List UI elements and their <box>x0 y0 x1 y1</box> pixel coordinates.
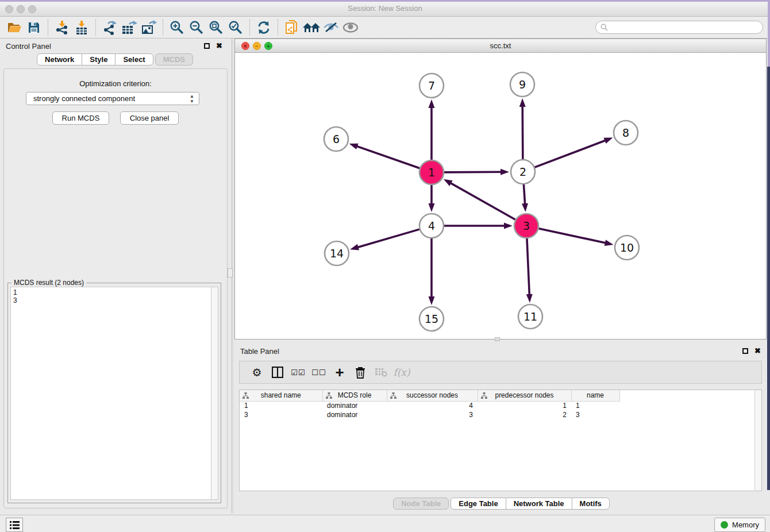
refresh-view-icon[interactable] <box>254 18 274 37</box>
tab-mcds[interactable]: MCDS <box>155 53 193 65</box>
export-image-icon[interactable] <box>139 18 159 37</box>
column-header-successor-nodes[interactable]: successor nodes <box>387 390 478 401</box>
zoom-selected-icon[interactable] <box>226 18 245 37</box>
node-label: 7 <box>428 79 435 92</box>
home-icon[interactable] <box>302 18 321 37</box>
task-history-button[interactable] <box>6 518 23 532</box>
application-window: Session: New Session <box>0 0 770 532</box>
table-cell[interactable]: dominator <box>322 410 387 419</box>
graph-node-9[interactable]: 9 <box>510 72 534 97</box>
table-row[interactable]: 1dominator411 <box>240 401 754 410</box>
graph-node-11[interactable]: 11 <box>518 304 542 329</box>
network-window-title: scc.txt <box>235 41 766 50</box>
show-eye-icon[interactable] <box>341 18 360 37</box>
graph-edge-2-8[interactable] <box>535 138 613 168</box>
close-panel-button[interactable]: Close panel <box>120 111 179 125</box>
optimization-criterion-label: Optimization criterion: <box>4 79 227 88</box>
graph-node-3[interactable]: 3 <box>514 214 538 238</box>
export-network-icon[interactable] <box>100 18 120 37</box>
graph-edge-1-2[interactable] <box>444 169 509 175</box>
table-settings-gear-icon[interactable]: ⚙ <box>247 363 267 381</box>
graph-edge-3-1[interactable] <box>444 179 515 219</box>
graph-edge-3-10[interactable] <box>538 229 613 246</box>
tab-motifs[interactable]: Motifs <box>572 498 610 510</box>
zoom-in-icon[interactable] <box>167 18 187 37</box>
zoom-out-icon[interactable] <box>187 18 206 37</box>
table-cell[interactable]: 4 <box>387 401 478 410</box>
graph-edge-1-4[interactable] <box>429 185 435 212</box>
graph-node-4[interactable]: 4 <box>419 214 444 238</box>
graph-edge-4-14[interactable] <box>350 229 419 250</box>
vertical-splitter-grip[interactable] <box>228 268 233 277</box>
hide-eye-icon[interactable] <box>321 18 341 37</box>
show-columns-icon[interactable] <box>267 363 288 381</box>
graph-edge-2-3[interactable] <box>522 184 528 212</box>
table-cell[interactable]: dominator <box>322 401 387 410</box>
graph-node-10[interactable]: 10 <box>615 236 639 260</box>
tab-select[interactable]: Select <box>115 53 153 65</box>
graph-node-2[interactable]: 2 <box>511 160 535 184</box>
import-network-icon[interactable] <box>52 18 72 37</box>
tab-edge-table[interactable]: Edge Table <box>451 498 506 510</box>
table-cell[interactable]: 2 <box>478 410 571 419</box>
memory-status-icon <box>721 521 728 529</box>
column-header-shared-name[interactable]: shared name <box>240 390 322 401</box>
horizontal-splitter-grip[interactable] <box>495 337 500 341</box>
criterion-select[interactable]: strongly connected component ▲▼ <box>26 92 199 105</box>
close-table-panel-icon[interactable]: ✖ <box>754 346 761 355</box>
select-all-columns-icon[interactable]: ☑☑ <box>288 363 309 381</box>
graph-edge-4-15[interactable] <box>429 238 435 305</box>
float-table-panel-icon[interactable] <box>742 348 748 354</box>
create-column-icon[interactable]: + <box>329 363 350 381</box>
result-scrollbar[interactable] <box>211 287 218 500</box>
graph-edge-2-9[interactable] <box>519 98 526 159</box>
table-cell[interactable]: 3 <box>240 410 322 419</box>
table-cell[interactable]: 3 <box>571 410 619 419</box>
column-header-name[interactable]: name <box>571 390 619 401</box>
open-session-icon[interactable] <box>5 18 24 37</box>
delete-trash-icon[interactable] <box>350 363 371 381</box>
search-input[interactable] <box>610 24 754 32</box>
tab-node-table[interactable]: Node Table <box>393 498 449 510</box>
graph-node-15[interactable]: 15 <box>419 307 444 331</box>
graph-edge-1-6[interactable] <box>349 144 420 168</box>
graph-node-8[interactable]: 8 <box>614 121 638 145</box>
graph-node-6[interactable]: 6 <box>324 127 348 151</box>
function-builder-icon[interactable]: f(x) <box>391 363 412 381</box>
network-canvas[interactable]: 7968124314101511 <box>235 53 766 339</box>
tab-network-table[interactable]: Network Table <box>506 498 572 510</box>
import-table-icon[interactable] <box>72 18 91 37</box>
table-cell[interactable]: 1 <box>240 401 322 410</box>
table-scrollbar[interactable] <box>754 390 761 491</box>
table-cell[interactable]: 1 <box>478 401 571 410</box>
graph-edge-3-11[interactable] <box>526 238 533 303</box>
float-panel-icon[interactable] <box>204 43 210 49</box>
tab-network[interactable]: Network <box>37 53 82 65</box>
unselect-all-columns-icon[interactable]: ☐☐ <box>309 363 329 381</box>
node-label: 10 <box>620 241 634 254</box>
column-header-predecessor-nodes[interactable]: predecessor nodes <box>478 390 571 401</box>
column-type-icon <box>242 392 249 399</box>
graph-edge-1-7[interactable] <box>429 99 435 160</box>
graph-node-7[interactable]: 7 <box>419 74 444 98</box>
graph-edge-4-3[interactable] <box>444 223 513 229</box>
save-session-icon[interactable] <box>24 18 44 37</box>
column-header-MCDS-role[interactable]: MCDS role <box>322 390 387 401</box>
network-window-titlebar[interactable]: × − + scc.txt <box>235 39 766 53</box>
export-table-icon[interactable] <box>120 18 139 37</box>
table-row[interactable]: 3dominator323 <box>240 410 754 419</box>
tab-style[interactable]: Style <box>82 53 116 65</box>
memory-button[interactable]: Memory <box>714 518 765 532</box>
table-cell[interactable]: 1 <box>571 401 619 410</box>
run-mcds-button[interactable]: Run MCDS <box>52 111 110 125</box>
mcds-result-text[interactable]: 1 3 <box>10 287 211 500</box>
zoom-fit-icon[interactable] <box>206 18 226 37</box>
graph-node-14[interactable]: 14 <box>325 241 349 265</box>
search-field[interactable] <box>595 21 763 34</box>
table-cell[interactable]: 3 <box>387 410 478 419</box>
close-panel-icon[interactable]: ✖ <box>216 41 222 50</box>
graph-node-1[interactable]: 1 <box>419 160 444 184</box>
network-from-selection-icon[interactable] <box>282 18 302 37</box>
delete-column-icon[interactable] <box>371 363 391 381</box>
control-panel-title: Control Panel <box>6 42 51 51</box>
